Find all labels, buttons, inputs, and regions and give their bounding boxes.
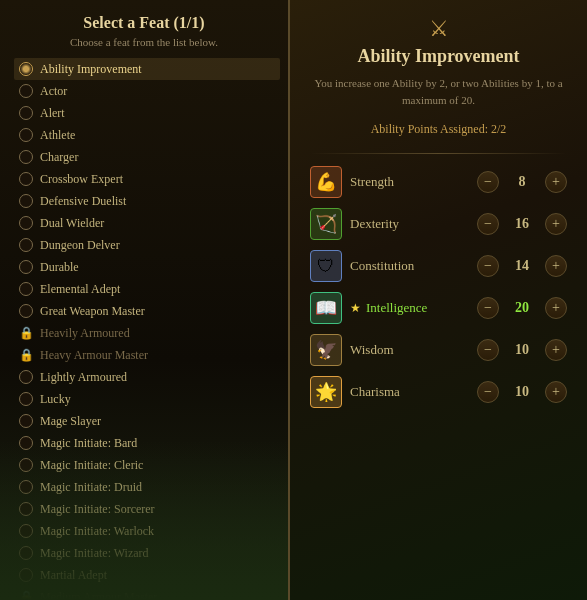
radio-icon	[18, 193, 34, 209]
ability-icon: 🦅	[310, 334, 342, 366]
feat-name: Magic Initiate: Sorcerer	[40, 502, 155, 517]
radio-circle	[19, 370, 33, 384]
feat-name: Athlete	[40, 128, 75, 143]
ability-value: 16	[507, 216, 537, 232]
feat-list: Ability ImprovementActorAlertAthleteChar…	[0, 58, 288, 600]
feat-name: Actor	[40, 84, 67, 99]
feat-item[interactable]: Lucky	[14, 388, 280, 410]
divider	[310, 153, 567, 154]
panel-title: Select a Feat (1/1)	[0, 14, 288, 32]
feat-item[interactable]: 🔒Heavily Armoured	[14, 322, 280, 344]
radio-icon	[18, 61, 34, 77]
radio-circle	[19, 128, 33, 142]
increase-button[interactable]: +	[545, 255, 567, 277]
feat-item[interactable]: Ability Improvement	[14, 58, 280, 80]
radio-circle	[19, 172, 33, 186]
decrease-button[interactable]: −	[477, 339, 499, 361]
radio-circle	[19, 524, 33, 538]
feat-name: Charger	[40, 150, 78, 165]
feat-item[interactable]: Magic Initiate: Cleric	[14, 454, 280, 476]
ability-icon: 💪	[310, 166, 342, 198]
feat-name: Lightly Armoured	[40, 370, 127, 385]
feat-item[interactable]: Mage Slayer	[14, 410, 280, 432]
radio-icon	[18, 215, 34, 231]
radio-icon	[18, 149, 34, 165]
feat-item[interactable]: Dungeon Delver	[14, 234, 280, 256]
radio-icon	[18, 479, 34, 495]
ability-label: Dexterity	[350, 216, 469, 232]
ability-value: 8	[507, 174, 537, 190]
decrease-button[interactable]: −	[477, 171, 499, 193]
feat-item[interactable]: Dual Wielder	[14, 212, 280, 234]
ability-name: Intelligence	[366, 300, 427, 315]
lock-icon: 🔒	[18, 325, 34, 341]
feat-item[interactable]: Defensive Duelist	[14, 190, 280, 212]
lock-icon: 🔒	[19, 348, 33, 362]
feat-item[interactable]: Magic Initiate: Wizard	[14, 542, 280, 564]
feat-name: Lucky	[40, 392, 71, 407]
ability-top-icon: ⚔	[429, 16, 449, 41]
radio-circle	[19, 282, 33, 296]
radio-icon	[18, 105, 34, 121]
feat-name: Heavy Armour Master	[40, 348, 148, 363]
feat-item[interactable]: Elemental Adept	[14, 278, 280, 300]
decrease-button[interactable]: −	[477, 381, 499, 403]
radio-circle	[19, 216, 33, 230]
ability-row: 🦅Wisdom−10+	[310, 334, 567, 366]
radio-icon	[18, 127, 34, 143]
ability-row: 📖★ Intelligence−20+	[310, 292, 567, 324]
decrease-button[interactable]: −	[477, 213, 499, 235]
increase-button[interactable]: +	[545, 339, 567, 361]
feat-name: Magic Initiate: Druid	[40, 480, 142, 495]
ability-label: Charisma	[350, 384, 469, 400]
increase-button[interactable]: +	[545, 213, 567, 235]
feat-item[interactable]: Charger	[14, 146, 280, 168]
increase-button[interactable]: +	[545, 297, 567, 319]
decrease-button[interactable]: −	[477, 297, 499, 319]
radio-circle	[19, 150, 33, 164]
increase-button[interactable]: +	[545, 381, 567, 403]
feat-item[interactable]: Magic Initiate: Druid	[14, 476, 280, 498]
feat-item[interactable]: Magic Initiate: Bard	[14, 432, 280, 454]
ability-name: Wisdom	[350, 342, 394, 357]
feat-name: Mage Slayer	[40, 414, 101, 429]
feat-item[interactable]: 🔒Medium Armour Master	[14, 586, 280, 600]
feat-item[interactable]: Lightly Armoured	[14, 366, 280, 388]
feat-name: Martial Adept	[40, 568, 107, 583]
radio-circle	[19, 260, 33, 274]
feat-item[interactable]: Crossbow Expert	[14, 168, 280, 190]
feat-item[interactable]: Alert	[14, 102, 280, 124]
feat-item[interactable]: Magic Initiate: Sorcerer	[14, 498, 280, 520]
ability-name: Strength	[350, 174, 394, 189]
feat-item[interactable]: Athlete	[14, 124, 280, 146]
feat-item[interactable]: Martial Adept	[14, 564, 280, 586]
feat-item[interactable]: Magic Initiate: Warlock	[14, 520, 280, 542]
feat-name: Medium Armour Master	[40, 590, 157, 601]
radio-circle	[19, 480, 33, 494]
ability-rows: 💪Strength−8+🏹Dexterity−16+🛡Constitution−…	[310, 166, 567, 408]
feat-item[interactable]: Durable	[14, 256, 280, 278]
feat-item[interactable]: Actor	[14, 80, 280, 102]
increase-button[interactable]: +	[545, 171, 567, 193]
feat-name: Alert	[40, 106, 65, 121]
radio-circle	[19, 238, 33, 252]
radio-icon	[18, 83, 34, 99]
radio-circle	[19, 194, 33, 208]
ability-icon: 🌟	[310, 376, 342, 408]
feat-name: Magic Initiate: Bard	[40, 436, 137, 451]
star-icon: ★	[350, 301, 364, 315]
feat-item[interactable]: 🔒Heavy Armour Master	[14, 344, 280, 366]
ability-value: 10	[507, 384, 537, 400]
ability-icon: 🏹	[310, 208, 342, 240]
ability-name: Constitution	[350, 258, 414, 273]
ability-value: 14	[507, 258, 537, 274]
radio-circle	[19, 546, 33, 560]
radio-circle	[19, 414, 33, 428]
ability-name: Charisma	[350, 384, 400, 399]
decrease-button[interactable]: −	[477, 255, 499, 277]
feat-item[interactable]: Great Weapon Master	[14, 300, 280, 322]
radio-icon	[18, 303, 34, 319]
feat-name: Ability Improvement	[40, 62, 142, 77]
ability-value: 10	[507, 342, 537, 358]
feat-name: Dungeon Delver	[40, 238, 120, 253]
